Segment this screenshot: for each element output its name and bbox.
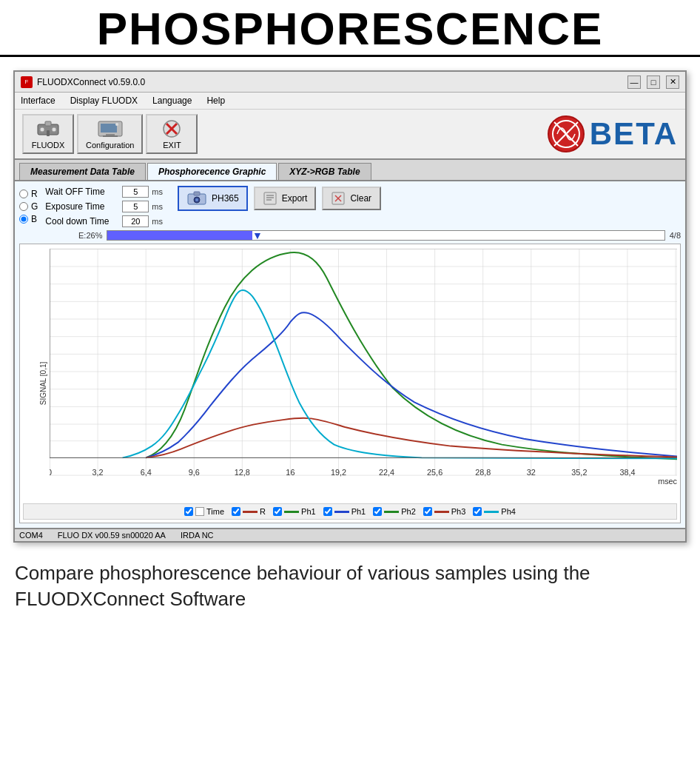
progress-row: E:26% ▼ 4/8: [19, 230, 681, 241]
export-label: Export: [282, 193, 308, 204]
svg-rect-2: [47, 130, 50, 136]
title-bar-left: F FLUODXConnect v0.59.0.0: [21, 76, 145, 88]
tabs-bar: Measurement Data Table Phosphorecence Gr…: [15, 160, 685, 181]
configuration-label: Configuration: [86, 141, 134, 150]
legend-ph3-check[interactable]: [423, 507, 432, 516]
chart-svg: 0,96 0,88 0,8 0,72 0,64 0,56 0,48 0,4 0,…: [50, 247, 677, 499]
svg-text:25,6: 25,6: [427, 468, 442, 477]
svg-text:msec: msec: [658, 477, 677, 486]
export-button[interactable]: Export: [254, 187, 317, 210]
legend-ph1-blue-check[interactable]: [323, 507, 332, 516]
controls-row: R G B Wait OFF Time ms: [19, 186, 681, 227]
exposure-row: Exposure Time ms: [45, 201, 163, 212]
status-irda: IRDA NC: [181, 531, 214, 540]
exposure-input[interactable]: [122, 201, 149, 212]
radio-r-label: R: [31, 189, 38, 199]
tab-phosphorecence[interactable]: Phosphorecence Graphic: [147, 163, 277, 180]
svg-text:9,6: 9,6: [189, 468, 200, 477]
restore-button[interactable]: □: [647, 76, 660, 89]
legend-r: R: [232, 507, 266, 516]
app-window: F FLUODXConnect v0.59.0.0 — □ ✕ Interfac…: [13, 70, 687, 543]
beta-text: BETA: [590, 116, 678, 152]
radio-b[interactable]: B: [19, 214, 38, 224]
chart-legend: Time R Ph1 Ph1: [23, 503, 677, 520]
progress-fill: [107, 231, 252, 240]
chart-y-label: SIGNAL [0,1]: [39, 362, 47, 406]
cooldown-input[interactable]: [122, 215, 149, 227]
svg-text:3,2: 3,2: [92, 468, 104, 477]
legend-ph1-blue-label: Ph1: [351, 507, 366, 516]
legend-ph2: Ph2: [373, 507, 416, 516]
svg-text:28,8: 28,8: [475, 468, 491, 477]
title-bar-controls: — □ ✕: [627, 76, 679, 89]
wait-off-row: Wait OFF Time ms: [45, 186, 163, 198]
progress-marker: ▼: [252, 229, 263, 241]
radio-b-label: B: [31, 214, 37, 224]
tab-measurement[interactable]: Measurement Data Table: [19, 163, 146, 180]
legend-time-check[interactable]: [184, 507, 193, 516]
svg-text:19,2: 19,2: [331, 468, 346, 477]
legend-ph3: Ph3: [423, 507, 466, 516]
configuration-icon: [97, 118, 124, 139]
legend-ph4-line: [484, 511, 499, 513]
ph365-button[interactable]: PH365: [178, 186, 248, 211]
legend-time-swatch: [195, 507, 204, 516]
legend-ph2-label: Ph2: [401, 507, 416, 516]
progress-bar: ▼: [107, 230, 664, 241]
ph365-label: PH365: [212, 193, 239, 204]
legend-r-label: R: [260, 507, 266, 516]
legend-ph4-label: Ph4: [501, 507, 516, 516]
radio-r[interactable]: R: [19, 189, 38, 199]
close-button[interactable]: ✕: [666, 76, 679, 89]
legend-time-label: Time: [206, 507, 224, 516]
legend-time: Time: [184, 507, 224, 516]
svg-point-9: [115, 123, 118, 126]
svg-rect-6: [101, 124, 117, 133]
legend-r-check[interactable]: [232, 507, 240, 516]
cooldown-unit: ms: [152, 217, 163, 226]
exit-icon: [158, 118, 185, 139]
legend-ph3-line: [434, 511, 449, 513]
banner: PHOSPHORESCENCE: [0, 0, 700, 57]
svg-text:35,2: 35,2: [571, 468, 587, 477]
toolbar-buttons: FLUODX Configuration: [22, 114, 198, 154]
exit-label: EXIT: [163, 141, 181, 150]
fluodx-label: FLUODX: [32, 141, 65, 150]
fluodx-icon: [35, 118, 61, 139]
page-indicator: 4/8: [670, 231, 681, 240]
wait-off-input[interactable]: [122, 186, 149, 198]
menu-display-fluodx[interactable]: Display FLUODX: [67, 94, 141, 107]
radio-g[interactable]: G: [19, 201, 38, 212]
beta-logo-icon: [547, 115, 585, 153]
beta-logo: BETA: [547, 115, 678, 153]
banner-title: PHOSPHORESCENCE: [0, 6, 700, 52]
menu-language[interactable]: Language: [149, 94, 195, 107]
menu-help[interactable]: Help: [203, 94, 228, 107]
configuration-button[interactable]: Configuration: [77, 114, 143, 154]
chart-inner: 0,96 0,88 0,8 0,72 0,64 0,56 0,48 0,4 0,…: [50, 247, 677, 502]
menu-interface[interactable]: Interface: [18, 94, 58, 107]
exposure-label: Exposure Time: [45, 201, 119, 212]
status-fluo: FLUO DX v00.59 sn00020 AA: [58, 531, 166, 540]
legend-ph1-green: Ph1: [273, 507, 316, 516]
minimize-button[interactable]: —: [627, 76, 641, 89]
ph365-icon: [186, 190, 207, 207]
export-icon: [263, 191, 277, 206]
legend-ph4-check[interactable]: [473, 507, 482, 516]
chart-container: SIGNAL [0,1]: [19, 244, 681, 523]
clear-button[interactable]: Clear: [322, 187, 381, 210]
fluodx-button[interactable]: FLUODX: [22, 114, 74, 154]
radio-g-label: G: [31, 201, 38, 212]
exit-button[interactable]: EXIT: [146, 114, 198, 154]
svg-rect-21: [264, 192, 276, 204]
exposure-unit: ms: [152, 202, 163, 211]
svg-text:32: 32: [527, 468, 536, 477]
legend-ph2-check[interactable]: [373, 507, 382, 516]
legend-ph1-blue-line: [334, 511, 349, 513]
toolbar: FLUODX Configuration: [15, 110, 685, 160]
legend-ph1-green-check[interactable]: [273, 507, 282, 516]
tab-xyz-rgb[interactable]: XYZ->RGB Table: [278, 163, 371, 180]
svg-text:6,4: 6,4: [141, 468, 152, 477]
svg-point-3: [40, 127, 44, 132]
svg-rect-8: [103, 135, 118, 137]
